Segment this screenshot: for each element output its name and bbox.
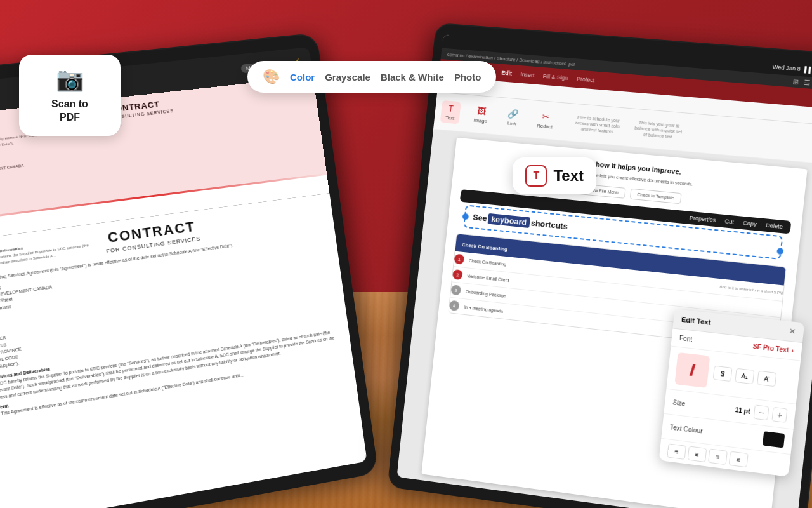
layout-icon[interactable]: ☰	[803, 78, 811, 87]
text-badge-label: Text	[553, 167, 584, 185]
keyboard-text-keyboard: keyboard	[488, 213, 530, 228]
superscript-btn[interactable]: A'	[757, 371, 776, 387]
list-detail-1: Add to it to enter info in a short 5 PM	[719, 284, 783, 295]
tab-edit[interactable]: Edit	[501, 70, 512, 77]
list-text-1: Check On Boarding	[469, 258, 506, 266]
tab-fillsign[interactable]: Fill & Sign	[542, 73, 568, 81]
align-left-btn[interactable]: ≡	[667, 443, 686, 460]
tool-desc-2: This lets you grow at balance with a qui…	[632, 119, 684, 141]
right-tablet-screen: Wed Jan 8 ▌▌▌ 100% common / examination …	[396, 34, 812, 508]
flow-box-2: Check In Template	[630, 189, 682, 204]
delete-btn[interactable]: Delete	[766, 222, 783, 230]
status-wifi: ▌▌▌	[804, 66, 812, 74]
subscript-btn[interactable]: A₁	[735, 368, 754, 385]
link-tool-label: Link	[507, 120, 516, 126]
text-colour-swatch[interactable]	[763, 431, 785, 448]
color-option-grayscale[interactable]: Grayscale	[325, 72, 370, 83]
redact-tool[interactable]: ✂ Redact	[532, 108, 560, 133]
tool-desc-1: Free to schedule your access with smart …	[572, 114, 624, 135]
text-colour-label: Text Colour	[670, 424, 703, 434]
properties-btn[interactable]: Properties	[689, 215, 716, 224]
font-name: SF Pro Text	[752, 343, 789, 354]
font-preview: I	[674, 352, 710, 388]
keyboard-text-see: See	[473, 212, 488, 223]
color-mode-badge: 🎨 Color Grayscale Black & White Photo	[247, 61, 496, 93]
list-text-2: Welcome Email Client	[467, 274, 509, 283]
view-icon[interactable]: ⊞	[792, 77, 799, 86]
status-time: Wed Jan 8	[772, 64, 801, 72]
font-label: Font	[679, 335, 692, 343]
drag-handle-left[interactable]	[462, 213, 469, 220]
align-justify-btn[interactable]: ≡	[729, 451, 749, 468]
size-controls: 11 pt − +	[734, 403, 787, 423]
right-tablet: Wed Jan 8 ▌▌▌ 100% common / examination …	[389, 24, 812, 508]
image-tool-label: Image	[473, 117, 487, 124]
panel-title: Edit Text	[681, 316, 711, 326]
font-chevron: ›	[791, 347, 794, 354]
size-label: Size	[672, 399, 686, 407]
text-tool[interactable]: T Text	[440, 100, 461, 124]
tool-descriptions: Free to schedule your access with smart …	[572, 114, 685, 140]
tab-insert[interactable]: Insert	[520, 71, 535, 79]
text-tool-icon: T	[448, 103, 454, 113]
font-value[interactable]: SF Pro Text ›	[752, 343, 794, 354]
list-header-text: Check On Boarding	[462, 242, 508, 252]
list-num-2: 2	[452, 269, 463, 280]
list-num-3: 3	[450, 284, 461, 295]
size-decrease-btn[interactable]: −	[754, 404, 769, 420]
color-option-color[interactable]: Color	[290, 72, 315, 83]
text-badge-icon: T	[525, 165, 547, 187]
image-tool-icon: 🖼	[476, 105, 486, 116]
color-option-bw[interactable]: Black & White	[381, 72, 444, 83]
list-num-1: 1	[454, 254, 464, 265]
size-value: 11 pt	[735, 406, 750, 415]
link-tool-icon: 🔗	[508, 108, 519, 119]
copy-btn[interactable]: Copy	[743, 220, 757, 227]
redact-tool-icon: ✂	[541, 111, 549, 122]
style-buttons: S A₁ A'	[713, 366, 777, 387]
bold-style-btn[interactable]: S	[713, 366, 733, 382]
keyboard-text-shortcuts: shortcuts	[530, 218, 568, 232]
tab-protect[interactable]: Protect	[577, 76, 595, 83]
cut-btn[interactable]: Cut	[724, 218, 734, 225]
color-mode-icon: 🎨	[263, 69, 280, 85]
drag-handle-right[interactable]	[776, 248, 783, 255]
right-tablet-body: Wed Jan 8 ▌▌▌ 100% common / examination …	[389, 24, 812, 508]
size-increase-btn[interactable]: +	[771, 407, 787, 423]
panel-close-button[interactable]: ✕	[789, 326, 796, 336]
list-num-4: 4	[449, 300, 460, 311]
link-tool[interactable]: 🔗 Link	[501, 105, 524, 130]
list-text-3: Onboarding Package	[466, 289, 506, 298]
edit-text-panel: Edit Text ✕ Font SF Pro Text › I	[659, 309, 805, 476]
list-text-4: In a meeting agenda	[464, 305, 503, 314]
redact-tool-label: Redact	[537, 123, 553, 130]
image-tool[interactable]: 🖼 Image	[468, 102, 494, 126]
color-option-photo[interactable]: Photo	[454, 72, 481, 83]
align-center-btn[interactable]: ≡	[688, 446, 707, 462]
camera-icon: 📷	[56, 66, 84, 93]
text-badge: T Text	[513, 157, 596, 194]
scan-badge-text: Scan toPDF	[51, 98, 88, 124]
scan-to-pdf-badge: 📷 Scan toPDF	[19, 55, 121, 136]
text-tool-label: Text	[445, 114, 455, 121]
document-area: Here's how it helps you improve. Our sim…	[396, 130, 812, 508]
align-right-btn[interactable]: ≡	[708, 448, 728, 465]
